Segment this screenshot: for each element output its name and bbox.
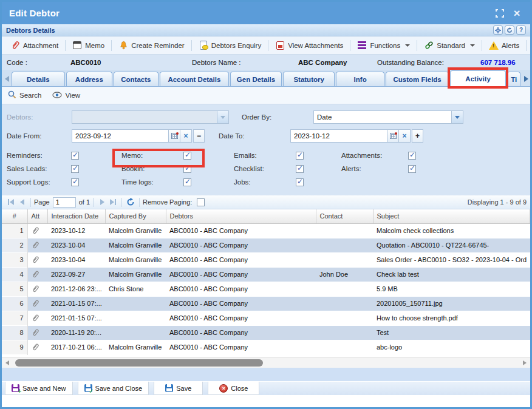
column-header-contact[interactable]: Contact	[316, 209, 373, 223]
functions-button[interactable]: Functions	[352, 39, 415, 52]
tab-statutory[interactable]: Statutory	[283, 72, 335, 86]
table-row[interactable]: 92017-10-21 06:...Malcolm GranvilleABC00…	[2, 340, 530, 354]
date-from-field: × −	[72, 129, 205, 143]
filter-checkbox-bookin[interactable]	[183, 165, 191, 173]
plus-day-button[interactable]: +	[412, 129, 423, 143]
scrollbar-thumb[interactable]	[15, 359, 263, 367]
activity-toolbar: Search View	[2, 87, 530, 104]
column-header-number[interactable]: #	[2, 209, 27, 223]
clear-date-icon[interactable]: ×	[399, 129, 411, 143]
column-header-debtors[interactable]: Debtors	[166, 209, 316, 223]
debtors-enquiry-button[interactable]: Debtors Enquiry	[194, 39, 266, 52]
tab-scroll-right[interactable]	[522, 73, 530, 85]
close-button[interactable]: × Close	[528, 39, 532, 52]
last-page-icon[interactable]	[107, 197, 118, 208]
grid-cell: Check lab test	[373, 267, 530, 282]
save-and-new-button[interactable]: + Save and New	[5, 382, 73, 395]
filter-checkbox-time-logs[interactable]	[183, 178, 191, 186]
grid-header-row: # Att Interaction Date Captured By Debto…	[2, 209, 530, 223]
order-by-combo[interactable]: Date	[313, 110, 463, 124]
edit-debtor-window: Edit Debtor × Debtors Details ? Attachme…	[0, 0, 532, 409]
horizontal-scrollbar[interactable]	[2, 357, 530, 368]
previous-page-icon[interactable]	[16, 197, 27, 208]
column-header-att[interactable]: Att	[27, 209, 47, 223]
memo-button[interactable]: Memo	[67, 39, 109, 52]
grid-cell: 2021-01-15 07:...	[47, 296, 105, 311]
page-number-input[interactable]	[53, 197, 76, 208]
table-row[interactable]: 12023-10-12Malcolm GranvilleABC0010 - AB…	[2, 223, 530, 238]
attachment-button[interactable]: Attachment	[5, 39, 63, 52]
table-row[interactable]: 22023-10-04Malcolm GranvilleABC0010 - AB…	[2, 238, 530, 252]
table-row[interactable]: 32023-10-04Malcolm GranvilleABC0010 - AB…	[2, 252, 530, 267]
gear-icon[interactable]	[493, 25, 503, 35]
view-button[interactable]: View	[52, 92, 80, 100]
filter-checkbox-checklist[interactable]	[296, 165, 304, 173]
calendar-icon[interactable]	[387, 129, 399, 143]
filter-checkbox-jobs[interactable]	[296, 178, 304, 186]
help-icon[interactable]: ?	[516, 25, 526, 35]
refresh-icon[interactable]	[505, 25, 514, 35]
calendar-icon[interactable]	[169, 129, 180, 143]
tab-details[interactable]: Details	[12, 72, 65, 86]
document-search-icon	[199, 41, 208, 50]
tab-time-truncated[interactable]: Ti	[507, 72, 520, 86]
next-page-icon[interactable]	[97, 197, 107, 208]
chevron-down-icon	[452, 110, 463, 124]
standard-button[interactable]: Standard	[419, 39, 480, 52]
debtor-summary-row: Code : ABC0010 Debtors Name : ABC Compan…	[2, 55, 530, 70]
tab-address[interactable]: Address	[66, 72, 112, 86]
alerts-button[interactable]: Alerts	[484, 39, 524, 52]
grid-cell: How to choose strength.pdf	[373, 311, 530, 325]
close-icon[interactable]: ×	[511, 7, 523, 19]
tab-contacts[interactable]: Contacts	[114, 72, 159, 86]
table-row[interactable]: 62021-01-15 07:...ABC0010 - ABC Company2…	[2, 296, 530, 311]
table-row[interactable]: 72021-01-15 07:...ABC0010 - ABC CompanyH…	[2, 311, 530, 325]
bell-icon	[118, 41, 128, 50]
scroll-right-icon[interactable]	[521, 359, 528, 367]
filter-checkbox-sales-leads[interactable]	[71, 165, 79, 173]
column-header-captured-by[interactable]: Captured By	[105, 209, 166, 223]
scroll-left-icon[interactable]	[4, 359, 11, 367]
table-row[interactable]: 52021-12-06 23:...Chris StoneABC0010 - A…	[2, 282, 530, 296]
save-new-icon: +	[12, 384, 19, 392]
minus-day-button[interactable]: −	[193, 129, 205, 143]
date-to-input[interactable]	[290, 129, 387, 143]
grid-cell: Sales Order - ABC0010 - SO32 - 2023-10-0…	[373, 252, 530, 267]
filter-checkbox-reminders[interactable]	[71, 152, 79, 160]
grid-cell: ABC0010 - ABC Company	[166, 296, 316, 311]
view-attachments-button[interactable]: View Attachments	[270, 39, 348, 52]
tab-custom-fields[interactable]: Custom Fields	[386, 72, 449, 86]
table-row[interactable]: 82020-11-19 20:...ABC0010 - ABC CompanyT…	[2, 325, 530, 340]
remove-paging-checkbox[interactable]	[197, 198, 205, 206]
create-reminder-button[interactable]: Create Reminder	[114, 39, 189, 52]
refresh-icon[interactable]	[125, 197, 136, 208]
grid-cell: Malcolm Granville	[105, 340, 166, 354]
table-row[interactable]: 42023-09-27Malcolm GranvilleABC0010 - AB…	[2, 267, 530, 282]
order-by-label: Order By:	[242, 113, 313, 121]
save-button[interactable]: Save	[154, 382, 203, 395]
filter-checkbox-alerts[interactable]	[408, 165, 416, 173]
paperclip-icon	[27, 296, 47, 311]
clear-date-icon[interactable]: ×	[180, 129, 192, 143]
grid-cell: John Doe	[316, 267, 373, 282]
save-and-close-button[interactable]: ✓ Save and Close	[78, 382, 149, 395]
date-to-label: Date To:	[219, 132, 290, 140]
title-bar: Edit Debtor ×	[2, 2, 530, 24]
tab-activity[interactable]: Activity	[450, 70, 506, 86]
search-button[interactable]: Search	[8, 90, 41, 100]
tab-gen-details[interactable]: Gen Details	[230, 72, 282, 86]
chevron-down-icon	[405, 44, 410, 47]
tab-info[interactable]: Info	[336, 72, 384, 86]
tab-scroll-left[interactable]	[4, 73, 11, 85]
filter-checkbox-emails[interactable]	[296, 152, 304, 160]
tab-account-details[interactable]: Account Details	[160, 72, 229, 86]
column-header-subject[interactable]: Subject	[373, 209, 530, 223]
first-page-icon[interactable]	[5, 197, 16, 208]
close-footer-button[interactable]: × Close	[208, 382, 259, 395]
maximize-icon[interactable]	[494, 7, 506, 19]
filter-checkbox-attachments[interactable]	[408, 152, 416, 160]
date-from-input[interactable]	[72, 129, 169, 143]
filter-checkbox-support-logs[interactable]	[71, 178, 79, 186]
filter-checkbox-memo[interactable]	[183, 152, 191, 160]
column-header-interaction-date[interactable]: Interaction Date	[47, 209, 105, 223]
